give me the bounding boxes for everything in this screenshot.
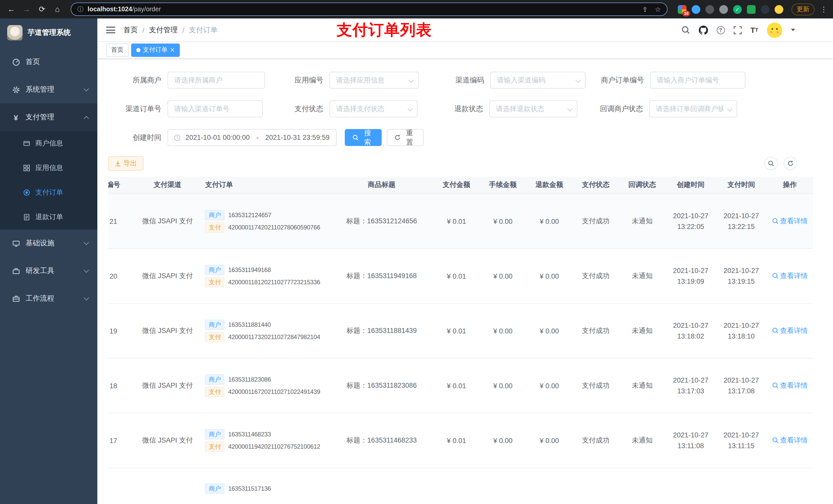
- extension-icon[interactable]: [747, 5, 756, 14]
- refresh-icon[interactable]: [784, 157, 797, 170]
- search-button[interactable]: 搜索: [345, 129, 382, 146]
- chrome-update-button[interactable]: 更新: [791, 3, 814, 15]
- view-detail-link[interactable]: 查看详情: [772, 381, 808, 390]
- browser-menu-icon[interactable]: ⋮: [820, 5, 828, 13]
- fullscreen-icon[interactable]: [733, 26, 742, 34]
- tab-pay-order[interactable]: 支付订单: [131, 44, 180, 57]
- site-info-icon[interactable]: ⓘ: [77, 5, 84, 14]
- forward-icon[interactable]: →: [21, 3, 33, 15]
- sidebar: 芋道管理系统 首页 系统管理 ¥ 支付管: [0, 19, 97, 504]
- refund-status-select[interactable]: [489, 100, 577, 117]
- col-create-time: 创建时间: [665, 176, 716, 194]
- extension-icon[interactable]: [775, 5, 783, 14]
- cell-title: 标题：1635312124656: [330, 194, 433, 249]
- breadcrumb-payment[interactable]: 支付管理: [149, 25, 178, 34]
- sidebar-item-devtools[interactable]: 研发工具: [0, 257, 97, 285]
- table-row-partial: 商户 1635311517136: [108, 468, 813, 504]
- cell-create-time: 2021-10-27 13:19:09: [665, 249, 716, 304]
- cell-pay-time: 2021-10-27 13:18:10: [716, 304, 766, 358]
- app-title: 芋道管理系统: [28, 28, 71, 38]
- sidebar-item-payment[interactable]: ¥ 支付管理: [0, 103, 97, 131]
- extension-icon[interactable]: [692, 5, 700, 14]
- extensions-puzzle-icon[interactable]: 10: [678, 5, 687, 14]
- filter-group-pay-status: 支付状态: [294, 100, 418, 117]
- font-size-icon[interactable]: TT: [750, 26, 758, 34]
- extension-icon[interactable]: [719, 5, 728, 14]
- collapse-sidebar-icon[interactable]: [106, 27, 115, 33]
- header-actions: ? TT: [681, 22, 795, 38]
- app-no-select[interactable]: [329, 72, 419, 89]
- sidebar-item-system[interactable]: 系统管理: [0, 76, 97, 103]
- cell-channel: 微信 JSAPI 支付: [134, 194, 201, 249]
- help-icon[interactable]: ?: [716, 26, 724, 34]
- pay-order-no: 4200001174202110278060590766: [228, 224, 320, 231]
- cell-amount: ¥ 0.01: [433, 358, 479, 413]
- cell-title: 标题：1635311881439: [330, 304, 433, 358]
- filter-row-2: 渠道订单号 支付状态 退款状态 回调商户状态: [108, 95, 823, 123]
- extension-icon[interactable]: [706, 5, 714, 14]
- reload-icon[interactable]: ⟳: [36, 3, 48, 15]
- cell-pay-time: 2021-10-27 13:19:15: [716, 249, 766, 304]
- cell-pay-time: 2021-10-27 13:11:15: [716, 413, 766, 468]
- channel-order-no-input[interactable]: [168, 100, 263, 117]
- col-refund: 退款金额: [526, 176, 572, 194]
- date-range-picker[interactable]: 2021-10-01 00:00:00 - 2021-10-31 23:59:5…: [168, 129, 337, 146]
- sidebar-item-workflow[interactable]: 工作流程: [0, 285, 97, 312]
- merchant-order-no: 1635311881440: [228, 321, 271, 328]
- cell-amount: ¥ 0.01: [433, 194, 479, 249]
- address-bar[interactable]: ⓘ localhost:1024/pay/order ⇪ ☆: [71, 3, 668, 16]
- table-header-row: 编号 支付渠道 支付订单 商品标题 支付金额 手续金额 退款金额 支付状态 回调…: [108, 176, 813, 194]
- bookmark-star-icon[interactable]: ☆: [655, 5, 661, 13]
- close-icon[interactable]: [170, 48, 175, 52]
- cell-pay-status: 支付成功: [572, 304, 619, 358]
- avatar[interactable]: [767, 22, 782, 38]
- sidebar-item-infra[interactable]: 基础设施: [0, 230, 97, 257]
- reset-button[interactable]: 重置: [387, 129, 424, 146]
- cell-pay-order: 商户 1635311881440 支付 42000011732021102728…: [201, 304, 330, 358]
- cell-amount: ¥ 0.01: [433, 304, 479, 358]
- extension-icon[interactable]: [761, 5, 769, 14]
- pay-tag: 支付: [205, 222, 224, 233]
- back-icon[interactable]: ←: [5, 3, 18, 15]
- cell-fee: ¥ 0.00: [480, 413, 526, 468]
- cell-create-time: 2021-10-27 13:17:03: [665, 358, 716, 413]
- orders-table: 编号 支付渠道 支付订单 商品标题 支付金额 手续金额 退款金额 支付状态 回调…: [108, 176, 823, 504]
- home-icon[interactable]: ⌂: [51, 3, 64, 15]
- notify-status-select[interactable]: [649, 100, 737, 117]
- cell-channel: 微信 JSAPI 支付: [134, 304, 201, 358]
- toggle-search-icon[interactable]: [764, 157, 778, 170]
- avatar-caret-icon[interactable]: [791, 29, 795, 31]
- view-detail-link[interactable]: 查看详情: [772, 271, 808, 281]
- merchant-order-no: 1635311823086: [228, 376, 271, 383]
- view-detail-link[interactable]: 查看详情: [772, 326, 808, 335]
- extension-icon[interactable]: ✓: [733, 5, 742, 14]
- github-icon[interactable]: [698, 25, 708, 34]
- cell-pay-status: 支付成功: [572, 358, 619, 413]
- merchant-order-no-input[interactable]: [650, 72, 745, 89]
- cell-channel: 微信 JSAPI 支付: [134, 358, 201, 413]
- search-icon[interactable]: [681, 26, 690, 34]
- breadcrumb-home[interactable]: 首页: [123, 25, 138, 34]
- pay-status-select[interactable]: [329, 100, 418, 117]
- cell-pay-status: 支付成功: [572, 413, 619, 468]
- view-detail-link[interactable]: 查看详情: [772, 436, 808, 445]
- merchant-order-no: 1635311949168: [228, 266, 271, 273]
- sidebar-item-pay-order[interactable]: 支付订单: [0, 180, 97, 205]
- export-button[interactable]: 导出: [108, 156, 143, 170]
- merchant-input[interactable]: [168, 72, 265, 89]
- sidebar-item-app-info[interactable]: 应用信息: [0, 156, 97, 180]
- share-icon[interactable]: ⇪: [642, 5, 648, 13]
- sidebar-item-home[interactable]: 首页: [0, 48, 97, 76]
- payment-submenu: 商户信息 应用信息 支付订单: [0, 131, 97, 230]
- sidebar-item-refund-order[interactable]: 退款订单: [0, 205, 97, 230]
- sidebar-item-merchant-info[interactable]: 商户信息: [0, 131, 97, 156]
- view-detail-link[interactable]: 查看详情: [772, 217, 808, 226]
- main-area: 首页 / 支付管理 / 支付订单 支付订单列表 ?: [97, 19, 833, 504]
- channel-code-select[interactable]: [490, 72, 586, 89]
- cell-create-time: 2021-10-27 13:18:02: [665, 304, 716, 358]
- extension-badge: 10: [682, 10, 690, 16]
- tab-home[interactable]: 首页: [106, 44, 128, 57]
- cell-pay-time: 2021-10-27 13:17:08: [716, 358, 766, 413]
- clock-icon: [174, 134, 181, 141]
- cell-id: 17: [108, 413, 134, 468]
